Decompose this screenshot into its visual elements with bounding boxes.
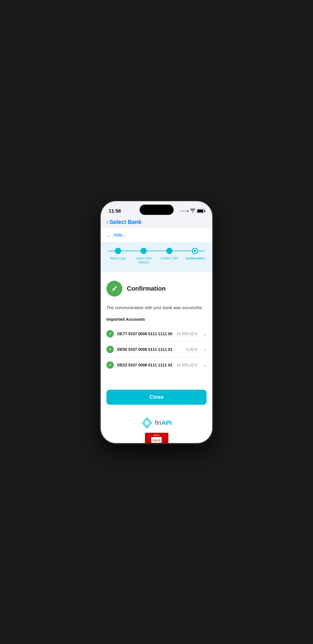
finapi-logo-text: finAPI	[155, 419, 172, 427]
account-check-icon-3: ✓	[106, 361, 114, 369]
signal-icon	[180, 210, 188, 212]
step-confirm-tan: Confirm TAN	[157, 248, 182, 260]
phone-frame: 11:56	[101, 201, 212, 443]
account-row-1[interactable]: ✓ DE77 5337 0008 0111 1111 00 19.959,42 …	[106, 326, 207, 342]
main-content: ✓ Confirmation The communication with yo…	[101, 272, 212, 379]
account-iban-3: DE23 5337 0008 0111 1111 02	[117, 363, 173, 367]
bank-row-hint[interactable]: ⌄ Hilfe...	[101, 228, 212, 243]
nav-title: Select Bank	[110, 219, 142, 225]
account-check-icon-1: ✓	[106, 330, 114, 337]
step-circle-2	[140, 248, 147, 254]
wifi-icon	[190, 209, 195, 214]
confirmation-title: Confirmation	[127, 285, 166, 292]
step-select-tan: Select TANMethod	[131, 248, 156, 265]
step-label-2: Select TANMethod	[136, 256, 152, 265]
step-circle-4	[192, 248, 198, 254]
check-icon: ✓	[111, 284, 118, 293]
tuvit-text: TÜViT	[152, 439, 160, 442]
dynamic-island	[140, 205, 174, 215]
stepper-track: Bank Login Select TANMethod Confirm TAN	[105, 248, 208, 265]
imported-accounts-label: Imported Accounts	[106, 317, 207, 322]
step-bank-login: Bank Login	[105, 248, 131, 260]
success-message: The communication with your bank was suc…	[106, 305, 207, 311]
finapi-diamond-icon	[141, 417, 153, 429]
nav-bar: ‹ Select Bank	[101, 217, 212, 228]
close-button-container: Close	[101, 385, 212, 412]
confirmation-header: ✓ Confirmation	[106, 281, 207, 297]
phone-screen: 11:56	[101, 201, 212, 443]
step-label-4: Confirmation	[185, 256, 205, 260]
footer: finAPI 2022 TÜViT Trusted Site Certifica…	[101, 412, 212, 443]
chevron-down-icon: ⌄	[106, 232, 111, 238]
account-balance-3: 19.959,42 €	[176, 363, 197, 367]
account-balance-1: 19.959,42 €	[176, 332, 197, 336]
account-chevron-1[interactable]: ⌄	[203, 331, 207, 336]
battery-icon	[197, 209, 204, 213]
success-check-circle: ✓	[106, 281, 122, 297]
chevron-left-icon: ‹	[106, 219, 108, 225]
account-balance-2: 0,00 €	[186, 347, 197, 352]
step-circle-3	[166, 248, 173, 254]
step-label-3: Confirm TAN	[160, 256, 178, 260]
account-iban-1: DE77 5337 0008 0111 1111 00	[117, 332, 173, 336]
account-check-icon-2: ✓	[106, 346, 114, 353]
step-label-1: Bank Login	[110, 256, 126, 260]
bank-row-text: Hilfe...	[114, 233, 126, 238]
account-row-3[interactable]: ✓ DE23 5337 0008 0111 1111 02 19.959,42 …	[106, 357, 207, 373]
account-chevron-3[interactable]: ⌄	[203, 362, 207, 368]
account-row-2[interactable]: ✓ DE50 5337 0008 0111 1111 01 0,00 € ⌄	[106, 342, 207, 357]
status-time: 11:56	[109, 208, 121, 214]
close-button[interactable]: Close	[106, 390, 207, 405]
status-bar: 11:56	[101, 201, 212, 217]
stepper-container: Bank Login Select TANMethod Confirm TAN	[101, 243, 212, 272]
step-confirmation: Confirmation	[182, 248, 208, 260]
finapi-logo: finAPI	[141, 417, 172, 429]
back-button[interactable]: ‹ Select Bank	[106, 219, 142, 225]
status-icons	[180, 209, 204, 214]
scroll-content[interactable]: ⌄ Hilfe... Bank Login Select TANMethod	[101, 228, 212, 443]
step-circle-1	[115, 248, 121, 254]
tuvit-badge: 2022 TÜViT Trusted Site Certificate ID: …	[145, 433, 169, 443]
account-iban-2: DE50 5337 0008 0111 1111 01	[117, 347, 183, 352]
account-list: ✓ DE77 5337 0008 0111 1111 00 19.959,42 …	[106, 326, 207, 373]
account-chevron-2[interactable]: ⌄	[203, 347, 207, 352]
